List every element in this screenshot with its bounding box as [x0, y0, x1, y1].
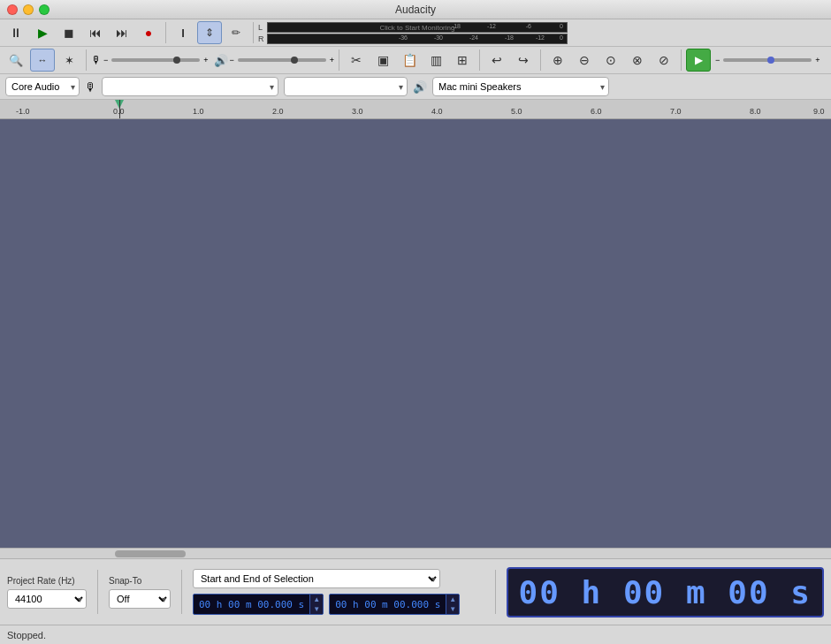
output-device-select[interactable]: Mac mini Speakers [432, 77, 609, 96]
scrollbar-thumb[interactable] [115, 550, 186, 557]
vol-max-label: + [203, 56, 208, 64]
selection-mode-wrapper[interactable]: Start and End of Selection [193, 569, 440, 588]
record-meter-row: L Click to Start Monitoring -18 -12 -6 0 [258, 22, 568, 33]
skip-start-button[interactable]: ⏮ [83, 21, 108, 44]
snap-to-group: Snap-To Off [109, 576, 171, 609]
start-time-up[interactable]: ▲ [310, 595, 323, 604]
select-tool-button[interactable]: I [171, 21, 195, 44]
zoom-in-btn[interactable]: ⊕ [545, 49, 570, 72]
start-time-spinner[interactable]: ▲ ▼ [309, 595, 323, 614]
input-volume-slider[interactable] [111, 58, 200, 62]
transport-toolbar: ⏸ ▶ ◼ ⏮ ⏭ ● I ⇕ ✏ L Click to Start Monit… [0, 19, 831, 47]
end-time-spinner[interactable]: ▲ ▼ [446, 595, 459, 614]
audio-host-wrapper[interactable]: Core Audio [5, 77, 80, 96]
snap-to-select[interactable]: Off [109, 589, 171, 609]
monitor-text: Click to Start Monitoring [380, 24, 455, 32]
vu-meter-area[interactable]: L Click to Start Monitoring -18 -12 -6 0… [258, 22, 568, 44]
record-button[interactable]: ● [136, 21, 161, 44]
bottom-sep-3 [495, 570, 496, 614]
main-audio-canvas[interactable] [0, 119, 831, 548]
meter-r-label: R [258, 34, 265, 43]
zoom-in-button[interactable]: 🔍 [4, 49, 28, 72]
input-vol-thumb[interactable] [173, 57, 180, 64]
ruler-label-8: 8.0 [750, 107, 761, 116]
zoom-width-btn[interactable]: ⊘ [652, 49, 676, 72]
snap-to-wrapper[interactable]: Off [109, 589, 171, 609]
vol-min-label: − [103, 56, 108, 64]
input-device-select[interactable] [102, 77, 278, 96]
zoom-sel-btn[interactable]: ⊙ [598, 49, 623, 72]
ruler-label-3: 3.0 [352, 107, 363, 116]
paste-button[interactable]: 📋 [397, 49, 422, 72]
end-time-up[interactable]: ▲ [446, 595, 459, 604]
cut-button[interactable]: ✂ [344, 49, 369, 72]
separator-5 [479, 49, 480, 71]
end-time-down[interactable]: ▼ [446, 604, 459, 614]
maximize-button[interactable] [39, 4, 50, 15]
speaker-icon: 🔊 [214, 54, 228, 67]
start-time-down[interactable]: ▼ [310, 604, 323, 614]
input-device-wrapper[interactable] [102, 77, 278, 96]
mic-device-icon: 🎙 [85, 80, 96, 94]
playspeed-min: − [715, 56, 720, 64]
output-vol-thumb[interactable] [291, 57, 298, 64]
play-green-button[interactable]: ▶ [686, 49, 711, 72]
separator-1 [165, 22, 166, 43]
start-time-value: 00 h 00 m 00.000 s [194, 597, 309, 612]
input-channels-wrapper[interactable] [284, 77, 408, 96]
speaker-device-icon: 🔊 [413, 80, 427, 94]
app-title: Audacity [395, 4, 436, 16]
bottom-sep-2 [181, 570, 182, 614]
envelope-tool-button[interactable]: ⇕ [197, 21, 222, 44]
snap-to-label: Snap-To [109, 576, 171, 586]
input-channels-select[interactable] [284, 77, 408, 96]
zoom-out-btn[interactable]: ⊖ [572, 49, 597, 72]
trim-button[interactable]: ▣ [370, 49, 395, 72]
playback-meter-bar[interactable]: -36 -30 -24 -18 -12 0 [267, 34, 568, 44]
silence-button[interactable]: ▥ [423, 49, 448, 72]
ruler-label-9: 9.0 [813, 107, 825, 116]
project-rate-label: Project Rate (Hz) [7, 576, 87, 586]
undo-button[interactable]: ↩ [484, 49, 509, 72]
end-time-value: 00 h 00 m 00.000 s [330, 597, 446, 612]
multi-tool-button[interactable]: ↔ [30, 49, 55, 72]
ruler-labels: -1.0 0.0 1.0 2.0 3.0 4.0 5.0 6.0 7.0 8.0… [0, 100, 831, 118]
outvol-max-label: + [330, 56, 334, 64]
playspeed-slider[interactable] [723, 58, 812, 62]
ruler-label-neg1: -1.0 [16, 107, 30, 116]
draw-tool-button[interactable]: ✏ [224, 21, 248, 44]
silence2-button[interactable]: ⊞ [450, 49, 475, 72]
minimize-button[interactable] [23, 4, 34, 15]
record-meter-bar[interactable]: Click to Start Monitoring -18 -12 -6 0 [267, 22, 568, 33]
stop-button[interactable]: ◼ [57, 21, 81, 44]
time-inputs-row: 00 h 00 m 00.000 s ▲ ▼ 00 h 00 m 00.000 … [193, 594, 484, 615]
mic-icon: 🎙 [91, 54, 102, 66]
playspeed-thumb[interactable] [767, 57, 774, 64]
selection-mode-select[interactable]: Start and End of Selection [193, 569, 440, 588]
timeline-ruler: -1.0 0.0 1.0 2.0 3.0 4.0 5.0 6.0 7.0 8.0… [0, 100, 831, 119]
close-button[interactable] [7, 4, 18, 15]
ruler-label-6: 6.0 [591, 107, 602, 116]
device-toolbar: Core Audio 🎙 🔊 Mac mini Speakers [0, 74, 831, 100]
horizontal-scrollbar[interactable] [0, 548, 831, 558]
window-controls [7, 4, 50, 15]
bottom-sep-1 [97, 570, 98, 614]
skip-end-button[interactable]: ⏭ [110, 21, 134, 44]
end-time-field[interactable]: 00 h 00 m 00.000 s ▲ ▼ [329, 594, 460, 615]
output-volume-slider[interactable] [238, 58, 326, 62]
ruler-label-2: 2.0 [272, 107, 284, 116]
redo-button[interactable]: ↪ [511, 49, 536, 72]
output-device-wrapper[interactable]: Mac mini Speakers [432, 77, 609, 96]
project-rate-wrapper[interactable]: 44100 [7, 589, 87, 609]
audio-host-select[interactable]: Core Audio [5, 77, 80, 96]
zoom-fit-btn[interactable]: ⊗ [625, 49, 650, 72]
separator-3 [86, 49, 87, 71]
pause-button[interactable]: ⏸ [4, 21, 28, 44]
special-tool-button[interactable]: ✶ [57, 49, 81, 72]
selection-group: Start and End of Selection 00 h 00 m 00.… [193, 569, 484, 615]
play-button[interactable]: ▶ [30, 21, 55, 44]
start-time-field[interactable]: 00 h 00 m 00.000 s ▲ ▼ [193, 594, 324, 615]
separator-7 [681, 49, 682, 71]
ruler-label-4: 4.0 [431, 107, 443, 116]
project-rate-select[interactable]: 44100 [7, 589, 87, 609]
